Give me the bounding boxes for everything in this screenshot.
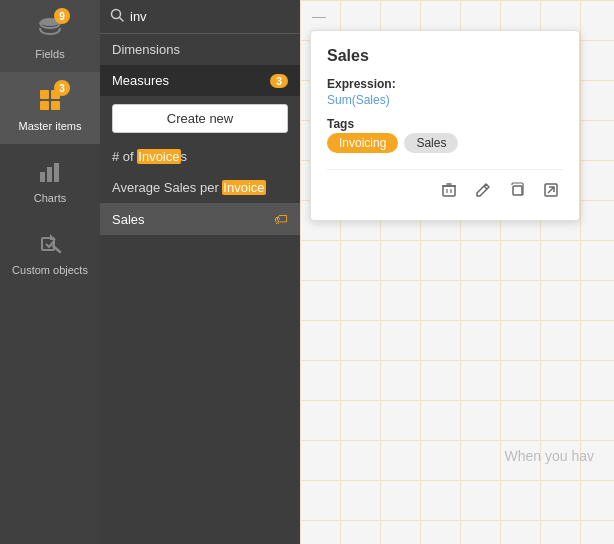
- expression-label: Expression:: [327, 77, 563, 91]
- sidebar-item-master-items-label: Master items: [19, 120, 82, 132]
- list-item[interactable]: Average Sales per Invoice: [100, 172, 300, 203]
- svg-rect-6: [47, 167, 52, 182]
- sales-label: Sales: [112, 212, 145, 227]
- fields-icon: 9: [34, 12, 66, 44]
- sidebar-item-custom-objects-label: Custom objects: [12, 264, 88, 276]
- measures-label: Measures: [112, 73, 169, 88]
- dimensions-label: Dimensions: [112, 42, 180, 57]
- info-card-title: Sales: [327, 47, 563, 65]
- measures-section: Measures 3 Create new # of Invoices Aver…: [100, 65, 300, 235]
- sidebar-item-fields[interactable]: 9 Fields: [0, 0, 100, 72]
- sidebar: 9 Fields 3 Master items Charts: [0, 0, 100, 544]
- svg-rect-7: [54, 163, 59, 182]
- svg-line-19: [548, 187, 554, 193]
- master-items-icon: 3: [34, 84, 66, 116]
- dimensions-section: Dimensions: [100, 34, 300, 65]
- charts-icon: [34, 156, 66, 188]
- when-you-have-text: When you hav: [505, 448, 595, 464]
- navigate-button[interactable]: [539, 180, 563, 204]
- edit-button[interactable]: [471, 180, 495, 204]
- svg-line-16: [484, 186, 487, 189]
- svg-rect-5: [40, 172, 45, 182]
- svg-rect-11: [443, 186, 455, 196]
- highlight-invoice: Invoice: [137, 149, 180, 164]
- info-card-actions: [327, 169, 563, 204]
- sidebar-item-fields-label: Fields: [35, 48, 64, 60]
- fields-badge: 9: [54, 8, 70, 24]
- svg-rect-3: [40, 101, 49, 110]
- create-new-button[interactable]: Create new: [112, 104, 288, 133]
- expression-value: Sum(Sales): [327, 93, 563, 107]
- sidebar-item-charts[interactable]: Charts: [0, 144, 100, 216]
- svg-rect-4: [51, 101, 60, 110]
- tag-invoicing[interactable]: Invoicing: [327, 133, 398, 153]
- tag-sales[interactable]: Sales: [404, 133, 458, 153]
- svg-rect-1: [40, 90, 49, 99]
- search-input[interactable]: [130, 9, 298, 24]
- custom-objects-icon: [34, 228, 66, 260]
- sidebar-item-master-items[interactable]: 3 Master items: [0, 72, 100, 144]
- main-content: — Sales Expression: Sum(Sales) Tags Invo…: [300, 0, 614, 544]
- list-item-sales[interactable]: Sales 🏷: [100, 203, 300, 235]
- search-bar: ✕: [100, 0, 300, 34]
- highlight-invoice-2: Invoice: [222, 180, 265, 195]
- item-avg-sales-text: Average Sales per Invoice: [112, 180, 266, 195]
- master-items-badge: 3: [54, 80, 70, 96]
- info-card: Sales Expression: Sum(Sales) Tags Invoic…: [310, 30, 580, 221]
- delete-button[interactable]: [437, 180, 461, 204]
- svg-line-10: [120, 18, 124, 22]
- dimensions-header[interactable]: Dimensions: [100, 34, 300, 65]
- tags-row: Invoicing Sales: [327, 133, 563, 153]
- measures-badge: 3: [270, 74, 288, 88]
- sidebar-item-charts-label: Charts: [34, 192, 66, 204]
- search-icon: [110, 8, 124, 25]
- duplicate-button[interactable]: [505, 180, 529, 204]
- sidebar-item-custom-objects[interactable]: Custom objects: [0, 216, 100, 288]
- list-item[interactable]: # of Invoices: [100, 141, 300, 172]
- minus-sign: —: [312, 8, 326, 24]
- tags-label: Tags: [327, 117, 563, 131]
- measures-header[interactable]: Measures 3: [100, 65, 300, 96]
- item-num-invoices-text: # of Invoices: [112, 149, 187, 164]
- svg-rect-17: [513, 186, 522, 195]
- panel: ✕ Dimensions Measures 3 Create new # of …: [100, 0, 300, 544]
- bookmark-icon: 🏷: [274, 211, 288, 227]
